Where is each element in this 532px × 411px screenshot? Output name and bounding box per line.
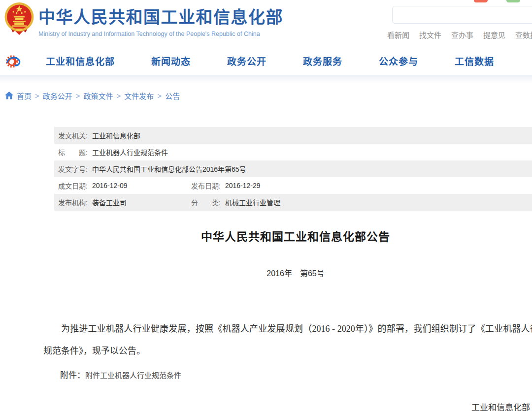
document-meta-table: 发文机关: 工业和信息化部 标 题: 工业机器人行业规范条件 发文字号: 中华人… xyxy=(54,127,532,211)
nav-item-miit[interactable]: 工业和信息化部 xyxy=(46,54,115,67)
quick-link-data[interactable]: 查数据 xyxy=(515,30,532,40)
meta-value: 2016-12-09 xyxy=(92,182,128,190)
red-button-partial-icon[interactable] xyxy=(474,0,488,2)
site-header: 中华人民共和国工业和信息化部 Ministry of Industry and … xyxy=(0,0,532,47)
meta-label: 发布日期: xyxy=(191,181,221,190)
quick-link-files[interactable]: 找文件 xyxy=(419,30,441,40)
breadcrumb-file-release[interactable]: 文件发布 xyxy=(124,91,154,101)
meta-row-title: 标 题: 工业机器人行业规范条件 xyxy=(54,144,532,160)
meta-row-dates: 成文日期: 2016-12-09 发布日期: 2016-12-29 xyxy=(54,177,532,194)
meta-value: 工业和信息化部 xyxy=(92,130,140,140)
attachment-label: 附件： xyxy=(60,371,85,380)
signature-signer: 工业和信息化部 xyxy=(43,400,530,411)
nav-item-miit-data[interactable]: 工信数据 xyxy=(455,54,494,67)
breadcrumb-announcement[interactable]: 公告 xyxy=(165,91,180,101)
meta-label: 标 题: xyxy=(58,147,88,157)
signature-block: 工业和信息化部 2016年12月9日 xyxy=(43,400,532,411)
meta-label: 发文机关: xyxy=(58,130,88,140)
meta-row-issuing-authority: 发文机关: 工业和信息化部 xyxy=(54,127,532,144)
national-emblem-icon[interactable] xyxy=(3,1,35,37)
miit-swirl-logo-icon[interactable] xyxy=(5,52,23,70)
meta-value: 工业机器人行业规范条件 xyxy=(92,147,168,157)
quick-link-services[interactable]: 查办事 xyxy=(451,30,473,40)
quick-link-feedback[interactable]: 提意见 xyxy=(483,30,505,40)
meta-label: 成文日期: xyxy=(58,181,88,190)
announcement-article: 中华人民共和国工业和信息化部公告 2016年 第65号 为推进工业机器人行业健康… xyxy=(43,227,532,411)
meta-value: 2016-12-29 xyxy=(225,182,261,190)
article-issue-number: 2016年 第65号 xyxy=(43,267,532,279)
search-input[interactable] xyxy=(392,6,532,24)
quick-link-news[interactable]: 看新闻 xyxy=(387,30,409,40)
article-title: 中华人民共和国工业和信息化部公告 xyxy=(43,227,532,244)
nav-divider-band xyxy=(0,75,532,83)
breadcrumb-separator: > xyxy=(117,92,121,100)
site-title: 中华人民共和国工业和信息化部 xyxy=(38,4,283,28)
meta-row-document-number: 发文字号: 中华人民共和国工业和信息化部公告2016年第65号 xyxy=(54,160,532,177)
breadcrumb-separator: > xyxy=(157,92,162,100)
breadcrumb: 首页 > 政务公开 > 政策文件 > 文件发布 > 公告 xyxy=(0,83,532,101)
nav-item-news[interactable]: 新闻动态 xyxy=(151,54,191,67)
meta-value: 机械工业行业管理 xyxy=(225,197,280,207)
home-icon[interactable] xyxy=(5,92,13,99)
nav-item-public-participation[interactable]: 公众参与 xyxy=(379,54,418,67)
meta-label: 发布机构: xyxy=(58,197,88,207)
meta-value: 中华人民共和国工业和信息化部公告2016年第65号 xyxy=(92,164,246,174)
main-nav: 工业和信息化部 新闻动态 政务公开 政务服务 公众参与 工信数据 xyxy=(0,47,532,75)
browser-page: 中华人民共和国工业和信息化部 Ministry of Industry and … xyxy=(0,0,532,411)
attachment-link[interactable]: 附件工业机器人行业规范条件 xyxy=(85,372,181,379)
quick-links: 看新闻 找文件 查办事 提意见 查数据 xyxy=(387,30,532,40)
site-subtitle-en: Ministry of Industry and Information Tec… xyxy=(38,31,283,37)
meta-row-publisher-category: 发布机构: 装备工业司 分 类: 机械工业行业管理 xyxy=(54,194,532,211)
breadcrumb-policy-files[interactable]: 政策文件 xyxy=(84,91,113,101)
breadcrumb-home[interactable]: 首页 xyxy=(17,91,32,101)
breadcrumb-gov-disclosure[interactable]: 政务公开 xyxy=(43,91,72,101)
nav-item-gov-disclosure[interactable]: 政务公开 xyxy=(227,54,266,67)
breadcrumb-separator: > xyxy=(76,92,80,100)
nav-item-gov-services[interactable]: 政务服务 xyxy=(303,54,342,67)
breadcrumb-separator: > xyxy=(35,92,39,100)
attachment-line: 附件：附件工业机器人行业规范条件 xyxy=(43,368,532,380)
site-logo-titles[interactable]: 中华人民共和国工业和信息化部 Ministry of Industry and … xyxy=(38,4,283,37)
green-button-partial-icon[interactable] xyxy=(506,0,520,2)
meta-label: 发文字号: xyxy=(58,164,88,174)
meta-label: 分 类: xyxy=(191,197,221,207)
meta-value: 装备工业司 xyxy=(92,197,127,207)
article-paragraph: 为推进工业机器人行业健康发展，按照《机器人产业发展规划（2016 - 2020年… xyxy=(43,318,532,362)
